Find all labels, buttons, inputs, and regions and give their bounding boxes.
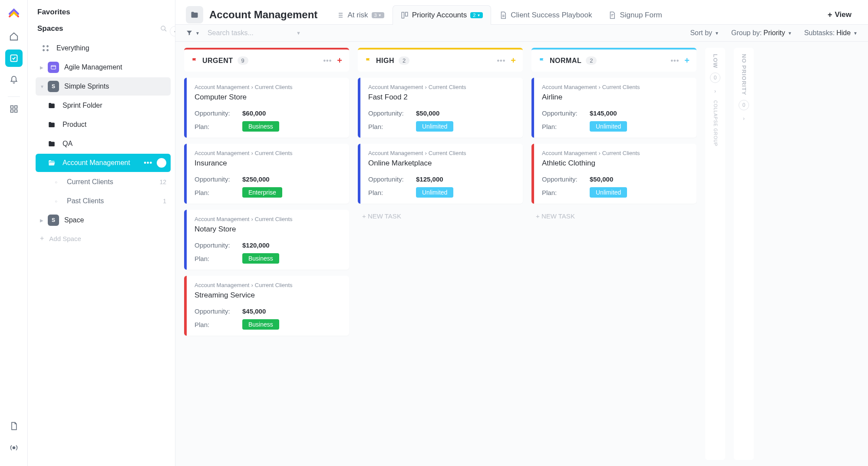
column-header[interactable]: URGENT 9 ••• + — [184, 48, 349, 72]
card-title: Insurance — [195, 159, 341, 168]
add-view-button[interactable]: + View — [822, 6, 858, 24]
sidebar-item-qa[interactable]: QA — [36, 135, 171, 153]
flag-icon — [538, 57, 545, 64]
flag-icon — [191, 57, 198, 64]
breadcrumb: Account Management›Current Clients — [195, 282, 341, 288]
sidebar-item-account-mgmt[interactable]: Account Management ••• + — [36, 154, 171, 172]
item-label: Account Management — [63, 159, 144, 167]
list-icon — [336, 11, 344, 19]
chevron-down-icon[interactable]: ▼ — [296, 30, 301, 36]
plan-badge: Business — [242, 319, 279, 330]
folder-icon — [46, 100, 57, 111]
folder-icon — [46, 119, 57, 130]
add-card-button[interactable]: + — [337, 56, 342, 66]
task-card[interactable]: Account Management›Current Clients Fast … — [358, 78, 523, 138]
rail-home[interactable] — [5, 28, 23, 45]
sidebar-sub-current[interactable]: ○ Current Clients 12 — [36, 173, 171, 191]
svg-rect-13 — [405, 12, 407, 16]
sub-count: 1 — [163, 198, 166, 205]
subtasks-button[interactable]: Subtasks: Hide▼ — [804, 29, 858, 37]
sidebar-item-product[interactable]: Product — [36, 116, 171, 134]
nav-rail — [0, 0, 28, 466]
field-label: Plan: — [542, 123, 590, 130]
collapse-sidebar-button[interactable]: ‹ — [170, 26, 175, 36]
sidebar-item-sprint-folder[interactable]: Sprint Folder — [36, 96, 171, 115]
tab-playbook[interactable]: Client Success Playbook — [491, 5, 600, 25]
field-value: $125,000 — [416, 175, 443, 183]
plan-badge: Unlimited — [590, 121, 627, 132]
task-card[interactable]: Account Management›Current Clients Insur… — [184, 144, 349, 204]
sidebar-item-agile[interactable]: ▶ Agile Management — [36, 58, 171, 76]
task-card[interactable]: Account Management›Current Clients Airli… — [531, 78, 696, 138]
more-icon[interactable]: ••• — [144, 159, 152, 167]
caret-icon: ▶ — [40, 218, 46, 223]
chevron-down-icon[interactable]: ▼ — [195, 31, 200, 36]
card-title: Notary Store — [195, 225, 341, 234]
item-label: Product — [63, 121, 166, 129]
collapsed-title: NO PRIORITY — [741, 54, 747, 96]
favorites-heading[interactable]: Favorites — [36, 8, 171, 17]
task-card[interactable]: Account Management›Current Clients Onlin… — [358, 144, 523, 204]
field-label: Plan: — [542, 189, 590, 196]
board: URGENT 9 ••• + Account Management›Curren… — [175, 42, 868, 466]
sub-count: 12 — [159, 178, 166, 185]
sidebar-everything[interactable]: Everything — [36, 39, 171, 57]
rail-notifications[interactable] — [5, 71, 23, 89]
search-icon[interactable] — [160, 25, 167, 32]
column-header[interactable]: NORMAL 2 ••• + — [531, 48, 696, 72]
field-label: Opportunity: — [195, 109, 242, 117]
breadcrumb: Account Management›Current Clients — [195, 84, 341, 90]
collapsed-column[interactable]: LOW 0 › COLLAPSE GROUP — [705, 48, 725, 460]
plan-badge: Unlimited — [416, 187, 453, 198]
more-icon[interactable]: ••• — [323, 57, 332, 65]
group-button[interactable]: Group by: Priority▼ — [731, 29, 792, 37]
svg-point-5 — [13, 447, 15, 449]
new-task-button[interactable]: + NEW TASK — [531, 210, 696, 222]
field-value: $145,000 — [590, 109, 617, 117]
task-card[interactable]: Account Management›Current Clients Athle… — [531, 144, 696, 204]
filter-icon[interactable] — [186, 30, 193, 36]
more-icon[interactable]: ••• — [671, 57, 680, 65]
task-card[interactable]: Account Management›Current Clients Compu… — [184, 78, 349, 138]
logo-icon[interactable] — [7, 5, 21, 19]
card-title: Fast Food 2 — [368, 93, 515, 102]
tab-label: Priority Accounts — [412, 11, 467, 20]
sort-button[interactable]: Sort by▼ — [690, 29, 719, 37]
plan-badge: Business — [242, 121, 279, 132]
collapsed-column[interactable]: NO PRIORITY 0 › — [734, 48, 754, 460]
add-card-button[interactable]: + — [684, 56, 690, 66]
sidebar-sub-past[interactable]: ○ Past Clients 1 — [36, 192, 171, 210]
more-icon[interactable]: ••• — [497, 57, 506, 65]
new-task-button[interactable]: + NEW TASK — [358, 210, 523, 222]
rail-record[interactable] — [5, 439, 23, 456]
tabs: At risk 3▼ Priority Accounts 2▼ Client S… — [328, 5, 822, 24]
search-input[interactable]: Search tasks... — [208, 29, 294, 37]
folder-open-icon — [46, 157, 57, 169]
sidebar: ‹ Favorites Spaces Everything ▶ Agile Ma… — [28, 0, 175, 466]
column-count: 2 — [586, 56, 597, 65]
rail-docs[interactable] — [5, 417, 23, 435]
task-card[interactable]: Account Management›Current Clients Strea… — [184, 276, 349, 336]
task-card[interactable]: Account Management›Current Clients Notar… — [184, 210, 349, 270]
spaces-heading[interactable]: Spaces — [36, 24, 63, 33]
rail-apps[interactable] — [5, 100, 23, 118]
tab-priority[interactable]: Priority Accounts 2▼ — [393, 5, 492, 25]
collapsed-count: 0 — [710, 73, 720, 83]
add-space-label: Add Space — [49, 235, 81, 242]
tab-signup[interactable]: Signup Form — [600, 5, 670, 25]
card-title: Online Marketplace — [368, 159, 515, 168]
svg-point-10 — [47, 50, 48, 51]
sidebar-item-space[interactable]: ▶ S Space — [36, 211, 171, 229]
rail-tasks[interactable] — [5, 50, 23, 67]
add-space-button[interactable]: + Add Space — [36, 230, 171, 247]
column-header[interactable]: HIGH 2 ••• + — [358, 48, 523, 72]
item-label: Agile Management — [64, 63, 166, 71]
add-card-button[interactable]: + — [511, 56, 516, 66]
tab-at-risk[interactable]: At risk 3▼ — [328, 5, 392, 25]
field-value: $120,000 — [242, 241, 270, 249]
everything-label: Everything — [56, 44, 166, 52]
field-label: Opportunity: — [195, 175, 242, 183]
sidebar-item-sprints[interactable]: ▼ S Simple Sprints — [36, 77, 171, 96]
plan-badge: Business — [242, 253, 279, 264]
add-icon[interactable]: + — [157, 158, 166, 168]
